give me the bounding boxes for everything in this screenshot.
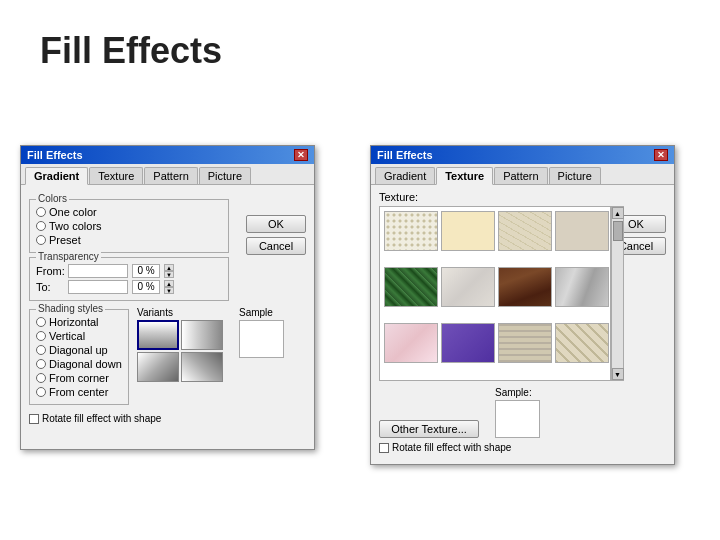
transparency-legend: Transparency bbox=[36, 251, 101, 262]
from-center-label: From center bbox=[49, 386, 108, 398]
from-spin-up[interactable]: ▲ bbox=[164, 264, 174, 271]
tex-swatch-1[interactable] bbox=[384, 211, 438, 251]
to-label: To: bbox=[36, 281, 64, 293]
tex-swatch-9[interactable] bbox=[384, 323, 438, 363]
texture-scrollbar[interactable]: ▲ ▼ bbox=[611, 206, 624, 381]
to-slider[interactable] bbox=[68, 280, 128, 294]
colors-legend: Colors bbox=[36, 193, 69, 204]
gradient-sample-label: Sample bbox=[239, 307, 284, 318]
texture-bottom-row: Other Texture... Sample: bbox=[379, 387, 666, 438]
one-color-label: One color bbox=[49, 206, 97, 218]
from-spin-down[interactable]: ▼ bbox=[164, 271, 174, 278]
from-value[interactable]: 0 % bbox=[132, 264, 160, 278]
from-row: From: 0 % ▲ ▼ bbox=[36, 264, 222, 278]
from-center-radio[interactable] bbox=[36, 387, 46, 397]
vertical-radio[interactable] bbox=[36, 331, 46, 341]
horizontal-radio[interactable] bbox=[36, 317, 46, 327]
from-slider[interactable] bbox=[68, 264, 128, 278]
texture-tab-texture[interactable]: Texture bbox=[436, 167, 493, 185]
from-corner-radio[interactable] bbox=[36, 373, 46, 383]
from-spin[interactable]: ▲ ▼ bbox=[164, 264, 174, 278]
gradient-ok-button[interactable]: OK bbox=[246, 215, 306, 233]
two-colors-radio[interactable] bbox=[36, 221, 46, 231]
tab-picture[interactable]: Picture bbox=[199, 167, 251, 184]
diag-down-row: Diagonal down bbox=[36, 358, 122, 370]
gradient-rotate-checkbox[interactable] bbox=[29, 414, 39, 424]
gradient-right-buttons: OK Cancel bbox=[246, 215, 306, 255]
to-spin-down[interactable]: ▼ bbox=[164, 287, 174, 294]
from-corner-row: From corner bbox=[36, 372, 122, 384]
tex-swatch-12[interactable] bbox=[555, 323, 609, 363]
tex-swatch-2[interactable] bbox=[441, 211, 495, 251]
diag-up-radio[interactable] bbox=[36, 345, 46, 355]
variants-label: Variants bbox=[137, 307, 223, 318]
gradient-sample-container: Sample bbox=[239, 307, 284, 409]
shade-swatch-1[interactable] bbox=[137, 320, 179, 350]
texture-tab-gradient[interactable]: Gradient bbox=[375, 167, 435, 184]
gradient-sample-box bbox=[239, 320, 284, 358]
gradient-tabs: Gradient Texture Pattern Picture bbox=[21, 164, 314, 185]
texture-close-button[interactable]: ✕ bbox=[654, 149, 668, 161]
scroll-down-arrow[interactable]: ▼ bbox=[612, 368, 624, 380]
texture-dialog-title: Fill Effects bbox=[377, 149, 433, 161]
tab-gradient[interactable]: Gradient bbox=[25, 167, 88, 185]
texture-rotate-label: Rotate fill effect with shape bbox=[392, 442, 511, 453]
one-color-row: One color bbox=[36, 206, 222, 218]
texture-tabs: Gradient Texture Pattern Picture bbox=[371, 164, 674, 185]
gradient-close-button[interactable]: ✕ bbox=[294, 149, 308, 161]
gradient-cancel-button[interactable]: Cancel bbox=[246, 237, 306, 255]
texture-sample-container: Sample: bbox=[495, 387, 540, 438]
tab-texture[interactable]: Texture bbox=[89, 167, 143, 184]
colors-section: Colors One color Two colors Preset bbox=[29, 199, 229, 253]
tex-swatch-5[interactable] bbox=[384, 267, 438, 307]
texture-sample-label: Sample: bbox=[495, 387, 540, 398]
tab-pattern[interactable]: Pattern bbox=[144, 167, 197, 184]
shade-swatch-3[interactable] bbox=[137, 352, 179, 382]
one-color-radio[interactable] bbox=[36, 207, 46, 217]
preset-radio[interactable] bbox=[36, 235, 46, 245]
texture-rotate-row: Rotate fill effect with shape bbox=[379, 442, 666, 453]
preset-row: Preset bbox=[36, 234, 222, 246]
diag-down-radio[interactable] bbox=[36, 359, 46, 369]
shading-variants-container: Shading styles Horizontal Vertical Diago… bbox=[29, 305, 306, 409]
gradient-dialog-title: Fill Effects bbox=[27, 149, 83, 161]
preset-label: Preset bbox=[49, 234, 81, 246]
vertical-row: Vertical bbox=[36, 330, 122, 342]
from-corner-label: From corner bbox=[49, 372, 109, 384]
to-row: To: 0 % ▲ ▼ bbox=[36, 280, 222, 294]
shade-swatch-4[interactable] bbox=[181, 352, 223, 382]
tex-swatch-11[interactable] bbox=[498, 323, 552, 363]
scroll-thumb[interactable] bbox=[613, 221, 623, 241]
diag-up-label: Diagonal up bbox=[49, 344, 108, 356]
gradient-rotate-row: Rotate fill effect with shape bbox=[29, 413, 306, 424]
texture-grid bbox=[379, 206, 611, 381]
to-spin[interactable]: ▲ ▼ bbox=[164, 280, 174, 294]
texture-sample-box bbox=[495, 400, 540, 438]
tex-swatch-10[interactable] bbox=[441, 323, 495, 363]
shade-swatch-2[interactable] bbox=[181, 320, 223, 350]
diag-up-row: Diagonal up bbox=[36, 344, 122, 356]
tex-swatch-6[interactable] bbox=[441, 267, 495, 307]
shading-swatches bbox=[137, 320, 223, 382]
texture-dialog-titlebar: Fill Effects ✕ bbox=[371, 146, 674, 164]
diag-down-label: Diagonal down bbox=[49, 358, 122, 370]
two-colors-label: Two colors bbox=[49, 220, 102, 232]
to-value[interactable]: 0 % bbox=[132, 280, 160, 294]
shading-legend: Shading styles bbox=[36, 303, 105, 314]
tex-swatch-4[interactable] bbox=[555, 211, 609, 251]
scroll-up-arrow[interactable]: ▲ bbox=[612, 207, 624, 219]
other-texture-button[interactable]: Other Texture... bbox=[379, 420, 479, 438]
texture-tab-pattern[interactable]: Pattern bbox=[494, 167, 547, 184]
texture-section-label: Texture: bbox=[379, 191, 666, 203]
texture-rotate-checkbox[interactable] bbox=[379, 443, 389, 453]
horizontal-row: Horizontal bbox=[36, 316, 122, 328]
texture-grid-wrapper: ▲ ▼ bbox=[379, 206, 624, 381]
gradient-dialog-titlebar: Fill Effects ✕ bbox=[21, 146, 314, 164]
tex-swatch-3[interactable] bbox=[498, 211, 552, 251]
tex-swatch-7[interactable] bbox=[498, 267, 552, 307]
texture-tab-picture[interactable]: Picture bbox=[549, 167, 601, 184]
to-spin-up[interactable]: ▲ bbox=[164, 280, 174, 287]
gradient-dialog: Fill Effects ✕ Gradient Texture Pattern … bbox=[20, 145, 315, 450]
page-title: Fill Effects bbox=[40, 30, 222, 72]
tex-swatch-8[interactable] bbox=[555, 267, 609, 307]
